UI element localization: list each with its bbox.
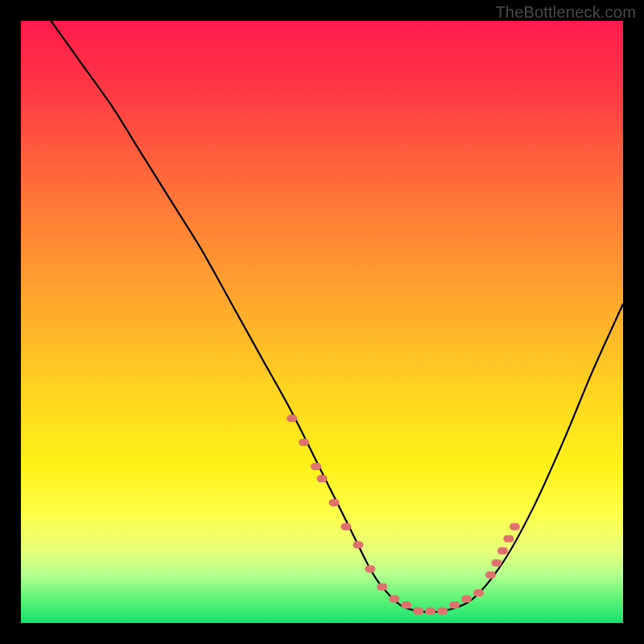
highlight-dot xyxy=(365,565,375,572)
highlight-dot xyxy=(497,547,508,555)
highlight-dot xyxy=(503,535,514,543)
highlight-dot xyxy=(389,596,399,603)
highlight-dot xyxy=(461,596,472,603)
highlight-dot xyxy=(437,608,448,615)
chart-frame: TheBottleneck.com xyxy=(0,0,644,644)
plot-area xyxy=(21,21,623,623)
highlight-dot xyxy=(473,589,484,597)
highlight-dot xyxy=(425,608,436,615)
highlight-dot xyxy=(377,584,387,591)
highlight-dot xyxy=(413,608,423,615)
bottleneck-curve xyxy=(51,21,623,612)
attribution-text: TheBottleneck.com xyxy=(495,3,636,22)
highlight-dot xyxy=(341,523,351,530)
highlight-dot xyxy=(401,601,411,609)
highlight-dot xyxy=(299,439,309,446)
highlight-dot xyxy=(287,415,297,422)
chart-svg xyxy=(21,21,623,623)
highlight-dot xyxy=(353,541,363,548)
highlight-dot xyxy=(317,475,328,482)
highlight-dot xyxy=(311,463,321,470)
highlight-dots xyxy=(287,415,520,614)
highlight-dot xyxy=(491,559,502,567)
highlight-dot xyxy=(328,499,339,506)
highlight-dot xyxy=(485,572,496,579)
highlight-dot xyxy=(510,523,520,530)
highlight-dot xyxy=(449,601,460,609)
